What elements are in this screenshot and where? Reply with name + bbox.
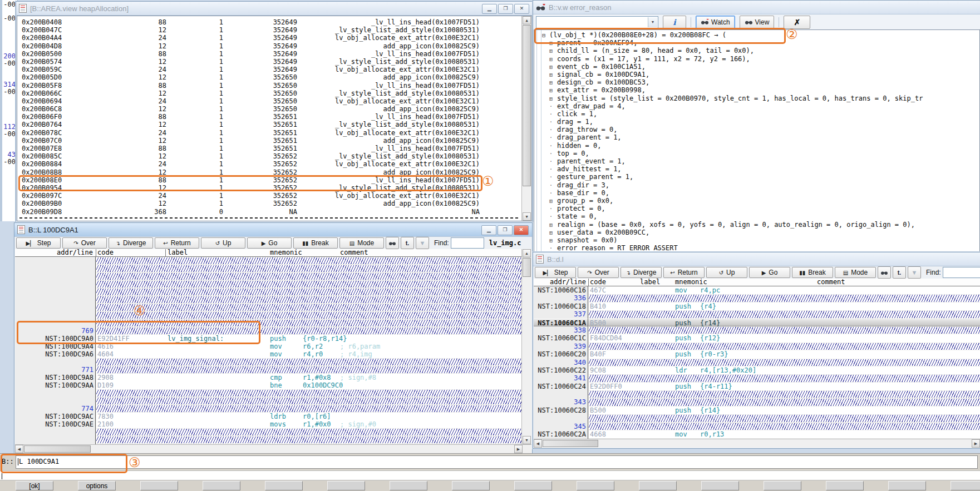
command-input[interactable]: L 100DC9A1 [16,455,978,469]
debug-toolbar-button[interactable]: ↺Up [201,237,245,249]
softkey-button[interactable] [701,481,739,490]
find-binoculars-button[interactable] [878,266,891,279]
debug-toolbar-button[interactable]: ↷Over [62,237,107,249]
listing-horizontal-scrollbar[interactable]: ◀ ▶ [15,444,531,453]
expand-icon[interactable]: · [549,213,557,220]
disassembly-row[interactable]: NST:10060C28 B500push{r14} [534,406,980,414]
debug-toolbar-button[interactable]: ↺Up [706,267,747,278]
expand-icon[interactable]: · [549,245,557,252]
expand-icon[interactable]: ⊞ [549,197,557,205]
view-button[interactable]: View [740,16,775,29]
softkey-button[interactable] [764,481,801,490]
disassembly-row[interactable]: NST:10060C24 E92D0FF0push{r4-r11} [534,383,980,390]
debug-toolbar-button[interactable]: ↴Diverge [620,267,662,278]
debug-toolbar-button[interactable]: ▤Mode [835,267,876,278]
expand-icon[interactable]: ⊞ [549,87,557,94]
expand-icon[interactable]: · [549,126,557,133]
disassembly-row[interactable]: 339 [534,343,980,350]
disassembly-row[interactable]: NST:10060C18 B410push{r4} [534,302,980,310]
listing-row[interactable] [15,319,522,327]
goto-down-button-disabled[interactable]: ▼ [908,266,921,279]
debug-toolbar-button[interactable]: ▶▏Step [16,237,61,249]
listing-row[interactable] [15,257,522,265]
disassembly-row[interactable]: 341 [534,374,980,382]
expand-icon[interactable]: ⊞ [549,79,557,86]
listing-row[interactable] [15,272,522,280]
disassembly-row[interactable]: 345 [534,423,980,430]
expand-icon[interactable]: · [549,205,557,212]
heap-window-titlebar[interactable]: [B::AREA.view heapAllocation] ▁ ❐ ✕ [16,2,533,16]
softkey-button[interactable]: [ok] [16,481,53,490]
restore-button[interactable]: ❐ [498,225,513,235]
debug-toolbar-button[interactable]: ▤Mode [339,237,384,249]
scrollbar-thumb[interactable] [543,440,598,447]
softkey-button[interactable] [265,481,303,490]
listing-row[interactable]: 771 [15,366,522,374]
disassembly-row[interactable]: NST:10060C22 9C08ldrr4,[r13,#0x20] [534,366,980,374]
scroll-down-icon[interactable]: ▼ [523,212,531,221]
expand-icon[interactable]: · [549,142,557,150]
expand-icon[interactable]: ⊞ [549,221,557,229]
listing-row[interactable] [15,265,522,272]
listing-row[interactable]: NST:100DC9A4 4616movr6,r2; r6,param [15,343,522,350]
disassembly-horizontal-scrollbar[interactable]: ◀ ▶ [534,439,980,448]
disassembly-row[interactable]: 338 [534,326,980,334]
listing-row[interactable] [15,296,522,304]
disassembly-window-titlebar[interactable]: B::d.l [533,252,980,266]
debug-toolbar-button[interactable]: ▶Go [247,237,292,249]
watch-button[interactable]: Watch [696,16,735,29]
softkey-button[interactable]: options [78,481,116,490]
softkey-button[interactable] [203,481,240,490]
delete-watch-button[interactable]: ✗ [784,16,810,29]
expand-icon[interactable]: · [549,182,557,189]
listing-row[interactable] [15,358,522,366]
heap-vertical-scrollbar[interactable]: ▲ ▼ [521,16,531,221]
expand-icon[interactable]: · [549,166,557,173]
scrollbar-thumb[interactable] [523,25,531,186]
expand-icon[interactable]: · [549,103,557,110]
expand-icon[interactable]: · [549,150,557,157]
expand-icon[interactable]: · [549,190,557,197]
softkey-button[interactable] [514,481,552,490]
listing-row[interactable]: 769 [15,327,522,335]
debug-toolbar-button[interactable]: ▶Go [749,267,790,278]
listing-row[interactable]: NST:100DC9A6 4604movr4,r0; r4,img [15,350,522,358]
debug-toolbar-button[interactable]: ↷Over [578,267,619,278]
disassembly-row[interactable]: 343 [534,398,980,406]
softkey-button[interactable] [390,481,427,490]
listing-row[interactable] [15,304,522,311]
softkey-button[interactable] [577,481,614,490]
expand-icon[interactable]: ⊞ [549,56,557,63]
info-button[interactable]: i [663,16,686,29]
find-binoculars-button[interactable] [386,237,399,249]
goto-top-button[interactable]: t. [893,266,906,279]
expand-icon[interactable]: ⊞ [549,39,557,47]
scrollbar-thumb[interactable] [523,258,531,277]
softkey-button[interactable] [327,481,365,490]
listing-row[interactable] [15,389,522,397]
listing-row[interactable]: 774 [15,405,522,413]
scroll-right-icon[interactable]: ▶ [514,445,523,453]
minimize-button[interactable]: ▁ [482,4,497,14]
listing-row[interactable]: NST:100DC9A8 2908cmpr1,#0x8; sign,#8 [15,374,522,381]
listing-row[interactable] [15,436,522,444]
debug-toolbar-button[interactable]: ▶▏Step [535,267,576,278]
chevron-down-icon[interactable]: ▼ [648,17,657,27]
expression-combobox[interactable]: ▼ [536,16,658,28]
close-button[interactable]: ✕ [514,225,529,235]
listing-row[interactable]: NST:100DC9AA D109bne0x100DC9C0 [15,381,522,389]
close-button[interactable]: ✕ [514,4,529,14]
listing-row[interactable] [15,428,522,436]
scrollbar-thumb[interactable] [24,445,91,453]
minimize-button[interactable]: ▁ [481,225,496,235]
softkey-button[interactable] [452,481,490,490]
expand-icon[interactable]: ⊞ [549,63,557,71]
restore-button[interactable]: ❐ [498,4,513,14]
disassembly-row[interactable]: 337 [534,310,980,318]
scroll-right-icon[interactable]: ▶ [972,439,980,448]
listing-row[interactable]: NST:100DC9AC 7830ldrbr0,[r6] [15,413,522,420]
scroll-down-icon[interactable]: ▼ [523,436,531,444]
expand-icon[interactable]: · [549,134,557,141]
disassembly-row[interactable] [534,414,980,422]
softkey-button[interactable] [140,481,178,490]
